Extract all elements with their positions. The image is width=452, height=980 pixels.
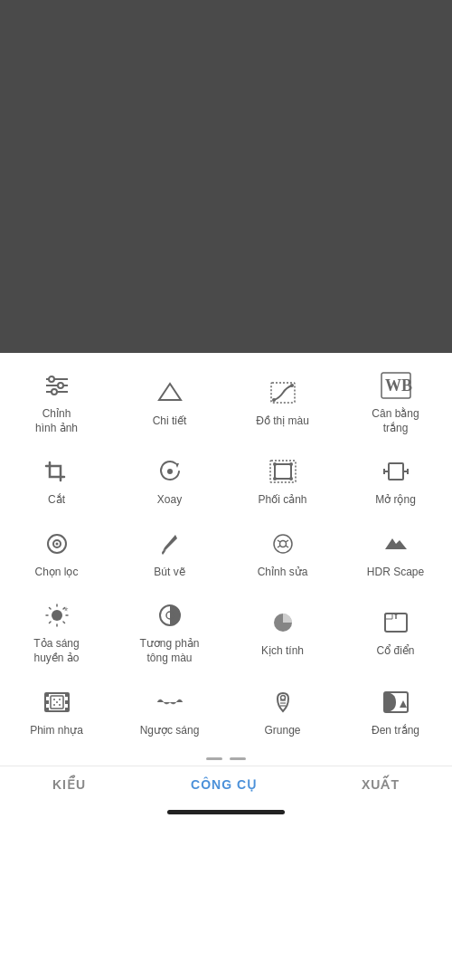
svg-point-29 xyxy=(279,540,286,547)
svg-rect-41 xyxy=(65,693,69,697)
tool-label-kich-tinh: Kịch tính xyxy=(261,644,304,659)
tool-label-nguoc-sang: Ngược sáng xyxy=(140,724,200,738)
svg-point-9 xyxy=(272,398,276,402)
tools-panel: Chỉnhhình ảnh Chi tiết Đồ thị màu xyxy=(0,353,452,814)
expand-icon xyxy=(378,455,414,488)
svg-rect-40 xyxy=(45,708,49,711)
adjust-icon xyxy=(39,369,75,402)
svg-marker-12 xyxy=(175,463,179,468)
svg-text:WB: WB xyxy=(385,376,412,395)
svg-point-17 xyxy=(289,462,293,466)
svg-point-48 xyxy=(59,704,61,706)
photo-preview-area xyxy=(0,0,452,353)
svg-rect-20 xyxy=(389,463,403,480)
tool-label-hdr-scape: HDR Scape xyxy=(367,566,424,580)
bw-icon xyxy=(378,686,414,718)
tool-cat[interactable]: Cắt xyxy=(0,446,113,519)
tool-grunge[interactable]: Grunge xyxy=(226,677,339,749)
tool-den-trang[interactable]: Đen trắng xyxy=(339,677,452,749)
perspective-icon xyxy=(265,455,301,488)
tool-mo-rong[interactable]: Mở rộng xyxy=(339,446,452,519)
selective-icon xyxy=(39,528,75,560)
vintage-icon xyxy=(378,606,414,639)
tool-label-toa-sang-huyen-ao: Tỏa sánghuyền ảo xyxy=(33,637,79,665)
tool-label-chinh-hinh-anh: Chỉnhhình ảnh xyxy=(35,407,78,435)
heal-icon xyxy=(265,528,301,560)
brush-icon xyxy=(152,528,188,560)
tool-xoay[interactable]: Xoay xyxy=(113,446,226,519)
tool-chinh-sua[interactable]: Chỉnh sửa xyxy=(226,519,339,591)
tool-label-mo-rong: Mở rộng xyxy=(375,493,416,508)
svg-point-53 xyxy=(280,695,285,699)
drama-icon xyxy=(265,606,301,639)
svg-point-5 xyxy=(52,389,57,395)
tool-co-dien[interactable]: Cổ điển xyxy=(339,590,452,676)
tool-tuong-phan-tong-mau[interactable]: Tương phảntông màu xyxy=(113,590,226,676)
tool-label-chi-tiet: Chi tiết xyxy=(153,414,187,429)
home-indicator xyxy=(167,810,285,814)
tonalcontrast-icon xyxy=(152,599,188,632)
svg-point-46 xyxy=(59,699,61,700)
tool-nguoc-sang[interactable]: Ngược sáng xyxy=(113,677,226,749)
svg-point-47 xyxy=(53,704,55,706)
tool-label-tuong-phan-tong-mau: Tương phảntông màu xyxy=(139,637,199,665)
tool-can-bang-trang[interactable]: WB Cân bằngtrắng xyxy=(339,360,452,446)
svg-point-49 xyxy=(56,701,58,703)
svg-point-35 xyxy=(394,614,397,616)
glamour-icon xyxy=(39,599,75,632)
nav-cong-cu[interactable]: CÔNG CỤ xyxy=(173,774,275,795)
svg-point-30 xyxy=(52,610,62,621)
svg-point-3 xyxy=(49,376,54,382)
svg-point-16 xyxy=(273,462,277,466)
crop-icon xyxy=(39,455,75,488)
tool-label-but-ve: Bút vẽ xyxy=(154,566,184,580)
svg-point-4 xyxy=(58,383,63,388)
tool-phim-nhua[interactable]: Phim nhựa xyxy=(0,677,113,749)
nav-kieu[interactable]: KIỂU xyxy=(34,774,104,795)
tools-grid: Chỉnhhình ảnh Chi tiết Đồ thị màu xyxy=(0,353,452,748)
wb-icon: WB xyxy=(378,369,414,402)
tool-chinh-hinh-anh[interactable]: Chỉnhhình ảnh xyxy=(0,360,113,446)
grunge-icon xyxy=(265,686,301,718)
svg-point-45 xyxy=(53,699,55,700)
curve-icon xyxy=(265,376,301,409)
tool-label-den-trang: Đen trắng xyxy=(372,724,419,738)
tool-kich-tinh[interactable]: Kịch tính xyxy=(226,590,339,676)
filmgrain-icon xyxy=(39,686,75,718)
tool-phoi-canh[interactable]: Phối cảnh xyxy=(226,446,339,519)
svg-point-25 xyxy=(55,542,58,545)
dot-1 xyxy=(206,757,222,760)
tool-label-co-dien: Cổ điển xyxy=(376,644,414,659)
tool-chon-loc[interactable]: Chọn lọc xyxy=(0,519,113,591)
detail-icon xyxy=(152,376,188,409)
tool-label-grunge: Grunge xyxy=(264,724,300,738)
tool-label-chinh-sua: Chỉnh sửa xyxy=(258,566,308,580)
nav-xuat[interactable]: XUẤT xyxy=(344,774,418,795)
svg-point-19 xyxy=(289,477,293,480)
svg-rect-15 xyxy=(275,464,291,479)
tool-do-thi-mau[interactable]: Đồ thị màu xyxy=(226,360,339,446)
bottom-navigation: KIỂU CÔNG CỤ XUẤT xyxy=(0,766,452,804)
hdr-icon xyxy=(378,528,414,560)
svg-rect-39 xyxy=(45,700,49,704)
tool-toa-sang-huyen-ao[interactable]: Tỏa sánghuyền ảo xyxy=(0,590,113,676)
tool-chi-tiet[interactable]: Chi tiết xyxy=(113,360,226,446)
page-indicator xyxy=(0,748,452,766)
svg-marker-6 xyxy=(159,384,181,400)
tool-label-cat: Cắt xyxy=(48,493,65,508)
rotate-icon xyxy=(152,455,188,488)
svg-point-8 xyxy=(290,384,294,387)
svg-point-18 xyxy=(273,477,277,480)
svg-rect-43 xyxy=(65,708,69,711)
svg-rect-38 xyxy=(45,693,49,697)
tool-hdr-scape[interactable]: HDR Scape xyxy=(339,519,452,591)
tool-but-ve[interactable]: Bút vẽ xyxy=(113,519,226,591)
svg-rect-42 xyxy=(65,700,69,704)
tool-label-phim-nhua: Phim nhựa xyxy=(30,724,83,738)
dot-2 xyxy=(230,757,246,760)
tool-label-chon-loc: Chọn lọc xyxy=(34,566,78,580)
tool-label-do-thi-mau: Đồ thị màu xyxy=(256,414,309,429)
svg-point-13 xyxy=(167,469,173,474)
tool-label-phoi-canh: Phối cảnh xyxy=(258,493,306,508)
retrolux-icon xyxy=(152,686,188,718)
